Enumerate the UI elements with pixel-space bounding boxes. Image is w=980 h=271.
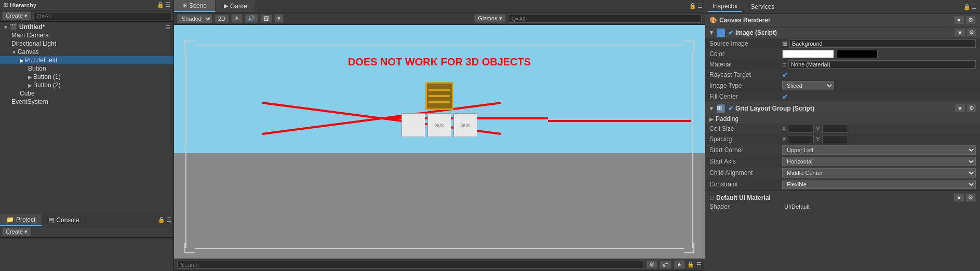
material-label: Material <box>709 61 782 68</box>
hierarchy-create-button[interactable]: Create ▾ <box>2 11 31 20</box>
gizmos-button[interactable]: Gizmos ▾ <box>474 14 505 23</box>
padding-arrow: ▶ <box>709 116 714 122</box>
services-tab[interactable]: Services <box>746 2 778 11</box>
grid-layout-header[interactable]: ▼ ⊞ ✔ Grid Layout Group (Script) ▼ ⚙ <box>705 102 980 114</box>
hierarchy-search-input[interactable] <box>33 12 171 20</box>
hierarchy-item-button[interactable]: Button <box>0 64 173 73</box>
scene-tab[interactable]: ⊞ Scene <box>174 0 216 12</box>
material-settings-btn[interactable]: ⚙ <box>965 193 976 202</box>
scene-game-tabs: ⊞ Scene ▶ Game 🔒 ☰ <box>174 0 705 12</box>
source-image-value[interactable]: Background <box>789 39 976 48</box>
inspector-tab[interactable]: Inspector <box>708 2 742 12</box>
grid-settings-btn[interactable]: ⚙ <box>966 104 977 113</box>
cell-size-row: Cell Size X 100 Y 100 <box>705 124 980 134</box>
color-swatch-white[interactable] <box>782 50 834 58</box>
color-row: Color <box>705 49 980 59</box>
hierarchy-item-cube[interactable]: Cube <box>0 89 173 98</box>
material-expand-btn[interactable]: ▼ <box>954 193 964 202</box>
hierarchy-item-label-dir-light: Directional Light <box>11 40 56 47</box>
hierarchy-menu-icon: ☰ <box>165 2 170 8</box>
child-alignment-value: Middle Center Upper Left Upper Center Up… <box>782 168 976 178</box>
canvas-renderer-expand-btn[interactable]: ▼ <box>954 16 964 24</box>
color-swatch-black[interactable] <box>836 50 878 58</box>
spacing-value: X 10 Y 10 <box>782 135 976 143</box>
expand-arrow-canvas: ▼ <box>11 49 17 55</box>
scene-search-input[interactable] <box>508 15 702 23</box>
spacing-x-input[interactable]: 10 <box>788 135 814 143</box>
sun-icon-button[interactable]: ☀ <box>231 14 243 23</box>
fill-center-checkbox[interactable]: ✔ <box>782 92 788 101</box>
grid-expand-btn[interactable]: ▼ <box>955 104 965 113</box>
expand-arrow-puzzlefield: ▶ <box>20 58 24 63</box>
source-image-row: Source Image 🖼 Background <box>705 38 980 49</box>
scene-view[interactable]: DOES NOT WORK FOR 3D OBJECTS <box>174 25 705 259</box>
cell-size-y-input[interactable]: 100 <box>822 125 848 133</box>
child-alignment-label: Child Alignment <box>709 169 782 177</box>
source-image-icon: 🖼 <box>782 41 787 47</box>
hierarchy-item-puzzlefield[interactable]: ▶ PuzzleField <box>0 56 173 64</box>
frame-corner-tr <box>684 40 694 51</box>
hierarchy-item-untitled[interactable]: ▼ 🎬 Untitled* ☰ <box>0 23 173 31</box>
console-menu-icon: ☰ <box>696 261 702 268</box>
hierarchy-item-label-button2: Button (2) <box>33 82 61 89</box>
hierarchy-item-main-camera[interactable]: Main Camera <box>0 31 173 39</box>
project-tab-label: Project <box>16 216 35 223</box>
image-type-dropdown[interactable]: Sliced Simple Tiled Filled <box>782 81 834 90</box>
shelf-bar-3 <box>428 101 450 103</box>
constraint-dropdown[interactable]: Flexible Fixed Column Count Fixed Row Co… <box>782 180 976 189</box>
grid-layout-section: ▼ ⊞ ✔ Grid Layout Group (Script) ▼ ⚙ ▶ P… <box>705 102 980 191</box>
scene-warning-text: DOES NOT WORK FOR 3D OBJECTS <box>348 56 531 68</box>
grid-layout-title: Grid Layout Group (Script) <box>735 105 814 112</box>
puzzle-cell-2: 3abc <box>427 113 451 137</box>
start-axis-label: Start Axis <box>709 158 782 165</box>
hierarchy-item-button1[interactable]: ▶ Button (1) <box>0 73 173 81</box>
shelf-object <box>425 82 453 110</box>
grid-script-checkbox[interactable]: ✔ <box>728 105 733 112</box>
shelf-bar-2 <box>428 95 450 97</box>
console-tag-icon[interactable]: 🏷 <box>660 261 672 269</box>
console-tab-label: Console <box>56 216 79 224</box>
image-script-checkbox[interactable]: ✔ <box>728 29 733 36</box>
hierarchy-item-button2[interactable]: ▶ Button (2) <box>0 81 173 89</box>
grid-layout-icon: ⊞ <box>717 104 725 113</box>
spacing-label: Spacing <box>709 136 782 143</box>
2d-button[interactable]: 2D <box>214 15 229 23</box>
shader-value: UI/Default <box>784 204 810 210</box>
image-expand-btn[interactable]: ▼ <box>955 28 965 37</box>
hierarchy-item-eventsystem[interactable]: EventSystem <box>0 98 173 106</box>
project-tab[interactable]: 📁 Project <box>0 214 42 226</box>
cell-size-x-label: X <box>782 126 786 132</box>
effects-icon-button[interactable]: 🖼 <box>260 15 272 23</box>
image-script-header[interactable]: ▼ ✔ Image (Script) ▼ ⚙ <box>705 26 980 38</box>
console-tab[interactable]: ▤ Console <box>42 214 86 226</box>
shaded-dropdown[interactable]: Shaded <box>177 14 212 23</box>
raycast-checkbox[interactable]: ✔ <box>782 71 788 79</box>
canvas-renderer-settings-btn[interactable]: ⚙ <box>965 16 976 24</box>
game-tab-icon: ▶ <box>224 3 228 9</box>
project-content <box>0 238 173 271</box>
project-create-button[interactable]: Create ▾ <box>2 227 31 236</box>
effects2-icon-button[interactable]: ▾ <box>274 14 284 23</box>
spacing-y-input[interactable]: 10 <box>822 135 848 143</box>
color-label: Color <box>709 50 782 58</box>
fill-center-value: ✔ <box>782 92 976 101</box>
console-settings-icon[interactable]: ⚙ <box>646 260 657 269</box>
hierarchy-item-label-eventsystem: EventSystem <box>11 98 48 105</box>
hierarchy-item-canvas[interactable]: ▼ Canvas <box>0 48 173 56</box>
image-settings-btn[interactable]: ⚙ <box>966 28 977 37</box>
project-toolbar: Create ▾ <box>0 226 173 238</box>
material-value[interactable]: None (Material) <box>788 60 976 69</box>
cell-size-x-input[interactable]: 100 <box>788 125 814 133</box>
hierarchy-item-directional-light[interactable]: Directional Light <box>0 39 173 48</box>
game-tab[interactable]: ▶ Game <box>216 0 256 12</box>
inspector-tab-label: Inspector <box>713 3 738 10</box>
project-tab-icon: 📁 <box>6 216 14 223</box>
start-axis-dropdown[interactable]: Horizontal Vertical <box>782 157 976 166</box>
scene-lock-icon: 🔒 <box>689 3 696 9</box>
start-corner-dropdown[interactable]: Upper Left Upper Right Lower Left Lower … <box>782 145 976 155</box>
child-alignment-dropdown[interactable]: Middle Center Upper Left Upper Center Up… <box>782 168 976 178</box>
audio-icon-button[interactable]: 🔊 <box>245 14 258 23</box>
console-star-icon[interactable]: ★ <box>674 260 685 269</box>
console-search-input[interactable] <box>177 261 644 269</box>
material-row: Material ◻ None (Material) <box>705 59 980 70</box>
